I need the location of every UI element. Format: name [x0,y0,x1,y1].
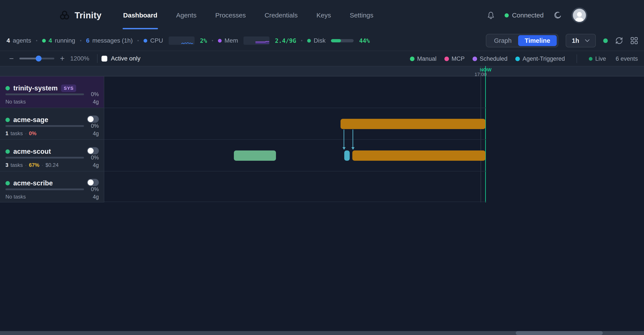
agent-name: acme-scout [13,148,51,155]
chart-row-acme-scribe [104,171,486,202]
divider [97,54,98,63]
nav-item-agents[interactable]: Agents [167,0,206,31]
divider [576,54,577,63]
zoom-out-button[interactable]: − [6,54,16,63]
timeline-bar-running-task[interactable] [340,119,486,129]
agent-row-acme-scribe: acme-scribe 0% No tasks 4g [0,171,104,202]
refresh-icon[interactable] [615,37,623,45]
messages-stat: 6 messages (1h) [86,37,133,44]
meta-text: tasks [10,130,23,137]
agent-row-acme-sage: acme-sage 0% 1tasks·0% 4g [0,108,104,140]
agent-status-dot [6,86,10,90]
separator-dot [80,40,81,41]
legend-item: Manual [410,56,436,62]
nav-item-dashboard[interactable]: Dashboard [114,0,167,31]
active-only-label: Active only [111,55,140,62]
trigger-arrow [352,130,353,147]
agent-name: acme-sage [13,116,48,124]
events-count: 6 events [616,56,638,62]
meta-text: 1 [6,130,8,137]
arrow-head [342,147,346,150]
horizontal-scrollbar-track[interactable] [0,331,644,335]
separator-dot [301,40,302,41]
apps-grid-icon[interactable] [630,37,638,44]
agent-progress-bar [6,94,84,95]
meta-text: · [25,162,26,168]
cpu-stat: CPU 2% [144,37,207,45]
mem-sparkline [244,37,270,45]
connection-status: Connected [504,12,544,19]
disk-stat: Disk 44% [307,37,370,44]
toggle-knob [88,116,94,122]
disk-value: 44% [359,37,370,44]
brand: Trinity [59,10,102,21]
timeline-chart [104,77,486,202]
agent-progress-bar [6,157,84,159]
disk-label: Disk [314,37,326,44]
legend-label: Manual [417,56,436,62]
time-range-select[interactable]: 1h [566,34,596,47]
view-mode-segmented-control: Graph Timeline [486,34,558,47]
graph-view-button[interactable]: Graph [487,35,518,46]
mem-dot [218,39,222,43]
agent-progress-value: 0% [91,91,99,97]
timeline-legend: Manual MCP Scheduled Agent-Triggered Liv… [410,51,638,66]
cpu-sparkline [169,37,194,45]
zoom-slider[interactable] [20,58,54,59]
nav-item-processes[interactable]: Processes [206,0,255,31]
chart-row-trinity-system [104,77,486,108]
legend-dot [472,57,477,61]
timeline-bar-completed-task[interactable] [234,150,276,161]
live-status-dot [603,39,608,43]
horizontal-scrollbar-thumb[interactable] [516,331,603,335]
mem-label: Mem [224,37,238,44]
agents-count-stat: 4 agents [6,37,31,44]
meta-text: No tasks [6,99,26,105]
mem-value: 2.4/9G [275,37,296,44]
timeline-toolbar: − + 1200% Active only Manual MCP Schedul… [0,51,644,66]
agent-toggle[interactable] [87,179,99,186]
timeline-bar-agent-triggered-event[interactable] [344,150,350,161]
agent-row-trinity-system: trinity-system SYS 0% No tasks 4g [0,77,104,108]
nav-item-settings[interactable]: Settings [340,0,383,31]
messages-label: messages (1h) [92,37,133,44]
toggle-knob [88,180,94,185]
cpu-value: 2% [200,37,207,44]
view-controls: Graph Timeline 1h [486,31,638,51]
separator-dot [36,40,37,41]
agent-tasks-meta: No tasks [6,194,99,200]
nav-item-credentials[interactable]: Credentials [255,0,307,31]
agent-list-panel: trinity-system SYS 0% No tasks 4g acme-s… [0,77,104,202]
user-avatar[interactable] [572,8,587,23]
timeline-bar-running-task[interactable] [352,150,486,161]
meta-text: tasks [10,162,23,168]
meta-text: · [25,130,26,137]
agent-memory-value: 4g [93,194,99,200]
disk-dot [307,39,311,43]
timeline-header-band: NOW 17:00 [0,66,644,77]
agents-count-label: agents [13,37,31,44]
meta-text: 3 [6,162,8,168]
trinity-logo-icon [59,10,70,21]
agent-toggle[interactable] [87,147,99,154]
dark-mode-moon-icon[interactable] [554,11,562,19]
zoom-in-button[interactable]: + [58,54,67,63]
zoom-slider-thumb[interactable] [36,56,42,62]
legend-dot [410,57,414,61]
agent-status-dot [6,149,10,154]
cpu-label: CPU [150,37,163,44]
live-dot [589,57,592,61]
agents-count-value: 4 [6,37,10,44]
active-only-checkbox[interactable] [102,56,107,62]
arrow-head [352,147,354,150]
timeline-view-button[interactable]: Timeline [518,35,557,46]
legend-label: Scheduled [480,56,508,62]
notifications-bell-icon[interactable] [487,11,494,19]
agent-tasks-meta: 3tasks·67%·$0.24 [6,162,99,168]
agent-memory-value: 4g [93,162,99,168]
running-count-value: 4 [49,37,52,44]
agent-toggle[interactable] [87,116,99,123]
nav-item-keys[interactable]: Keys [307,0,340,31]
live-indicator: Live [589,56,606,62]
timeline-rows-area: trinity-system SYS 0% No tasks 4g acme-s… [0,77,644,203]
